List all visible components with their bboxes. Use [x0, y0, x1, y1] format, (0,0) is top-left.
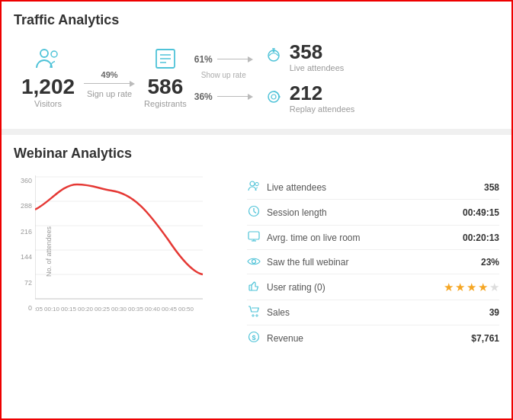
stat-row-rating: User rating (0) ★ ★ ★ ★ ★	[247, 274, 499, 300]
svg-point-41	[255, 315, 257, 316]
y-tick-2: 72	[24, 279, 32, 287]
cart-icon	[247, 306, 261, 319]
svg-point-0	[40, 50, 48, 57]
screen-icon	[247, 231, 261, 244]
svg-text:00:05: 00:05	[35, 306, 43, 313]
svg-point-31	[250, 181, 255, 186]
stat-name-session: Session length	[267, 207, 327, 218]
signup-rate-label: Sign up rate	[87, 89, 132, 98]
stat-left-saw: Saw the full webinar	[247, 255, 348, 268]
stat-row-live: Live attendees 358	[247, 175, 499, 200]
stat-value-live: 358	[484, 182, 499, 193]
y-tick-5: 288	[21, 202, 32, 210]
y-tick-4: 216	[21, 228, 32, 236]
stat-value-avg: 00:20:13	[463, 232, 499, 243]
live-pct: 61%	[194, 54, 213, 65]
stat-row-sales: Sales 39	[247, 300, 499, 325]
people-icon	[247, 181, 261, 194]
clock-icon	[247, 205, 261, 220]
replay-attendees-info: 212 Replay attendees	[290, 83, 355, 114]
stat-row-revenue: $ Revenue $7,761	[247, 325, 499, 351]
traffic-analytics-section: Traffic Analytics 1,202 Visitors	[2, 2, 511, 135]
visitors-icon	[35, 48, 61, 73]
svg-text:00:30: 00:30	[111, 306, 127, 313]
replay-branch: 36%	[194, 91, 253, 102]
stat-value-saw: 23%	[481, 257, 499, 268]
registrants-value: 586	[148, 76, 184, 98]
webinar-content: 360 288 216 144 72 0 No. of attendees	[14, 175, 499, 351]
svg-text:00:25: 00:25	[95, 306, 111, 313]
stat-left-rating: User rating (0)	[247, 280, 325, 294]
stats-area: Live attendees 358 Se	[247, 175, 499, 351]
stat-left-live: Live attendees	[247, 181, 326, 194]
live-attendees-icon	[264, 48, 284, 67]
chart-svg: 00:05 00:10 00:15 00:20 00:25 00:30 00:3…	[35, 175, 218, 324]
stat-value-revenue: $7,761	[471, 333, 499, 344]
stat-left-revenue: $ Revenue	[247, 331, 303, 345]
y-tick-6: 360	[21, 177, 32, 184]
svg-text:00:50: 00:50	[178, 306, 194, 313]
svg-point-32	[255, 182, 258, 185]
live-attendees-label: Live attendees	[290, 63, 345, 72]
stat-name-sales: Sales	[267, 307, 290, 318]
registrants-step: 586 Registrants	[144, 48, 187, 108]
svg-point-39	[252, 260, 256, 264]
signup-rate-value: 49%	[101, 70, 118, 79]
svg-point-11	[271, 95, 276, 99]
chart-area: 360 288 216 144 72 0 No. of attendees	[14, 175, 235, 351]
stat-name-rating: User rating (0)	[267, 282, 325, 293]
stat-name-revenue: Revenue	[267, 333, 303, 344]
thumb-icon	[247, 280, 261, 294]
star-3: ★	[467, 281, 476, 294]
registrants-icon	[154, 48, 177, 73]
visitors-label: Visitors	[34, 99, 62, 108]
stat-row-saw: Saw the full webinar 23%	[247, 250, 499, 274]
replay-attendees-value: 212	[290, 83, 355, 103]
stars-container: ★ ★ ★ ★ ★	[444, 281, 499, 294]
star-5: ★	[489, 281, 499, 294]
svg-text:$: $	[252, 334, 255, 341]
svg-text:00:45: 00:45	[162, 306, 178, 313]
webinar-title: Webinar Analytics	[14, 146, 499, 162]
live-attendees-result: 358 Live attendees	[264, 42, 355, 72]
show-up-rate-label: Show up rate	[194, 71, 253, 79]
stat-value-session: 00:49:15	[463, 207, 499, 218]
star-2: ★	[455, 281, 465, 294]
svg-text:00:10: 00:10	[44, 306, 60, 313]
visitors-value: 1,202	[21, 76, 75, 98]
y-tick-1: 0	[28, 304, 32, 312]
stat-name-avg: Avrg. time on live room	[267, 232, 361, 243]
replay-attendees-label: Replay attendees	[290, 104, 355, 114]
eye-icon	[247, 255, 261, 268]
svg-text:00:20: 00:20	[78, 306, 94, 313]
results-block: 358 Live attendees	[264, 42, 355, 114]
replay-pct: 36%	[194, 91, 213, 102]
webinar-analytics-section: Webinar Analytics 360 288 216 144 72 0 N…	[2, 135, 511, 358]
y-tick-3: 144	[21, 253, 32, 261]
stat-value-sales: 39	[489, 307, 499, 318]
svg-text:00:40: 00:40	[145, 306, 161, 313]
visitors-step: 1,202 Visitors	[21, 48, 75, 108]
traffic-title: Traffic Analytics	[14, 12, 499, 28]
stat-row-avg: Avrg. time on live room 00:20:13	[247, 226, 499, 250]
star-4: ★	[478, 281, 488, 294]
svg-text:00:15: 00:15	[61, 306, 77, 313]
star-1: ★	[444, 281, 454, 294]
svg-rect-36	[248, 232, 259, 239]
registrants-label: Registrants	[144, 99, 187, 108]
svg-point-1	[51, 51, 57, 57]
split-branch: 61% Show up rate 36%	[194, 54, 253, 102]
live-attendees-info: 358 Live attendees	[290, 42, 345, 72]
money-icon: $	[247, 331, 261, 345]
replay-attendees-icon	[264, 89, 284, 108]
live-attendees-value: 358	[290, 42, 345, 62]
svg-text:00:35: 00:35	[128, 306, 144, 313]
stat-left-sales: Sales	[247, 306, 290, 319]
stat-left-session: Session length	[247, 205, 327, 220]
live-branch: 61%	[194, 54, 253, 65]
stat-name-live: Live attendees	[267, 182, 326, 193]
stat-name-saw: Saw the full webinar	[267, 257, 348, 268]
svg-line-35	[254, 212, 256, 213]
funnel-row: 1,202 Visitors 49% Sign up rate	[14, 42, 499, 121]
signup-arrow: 49% Sign up rate	[84, 70, 135, 98]
